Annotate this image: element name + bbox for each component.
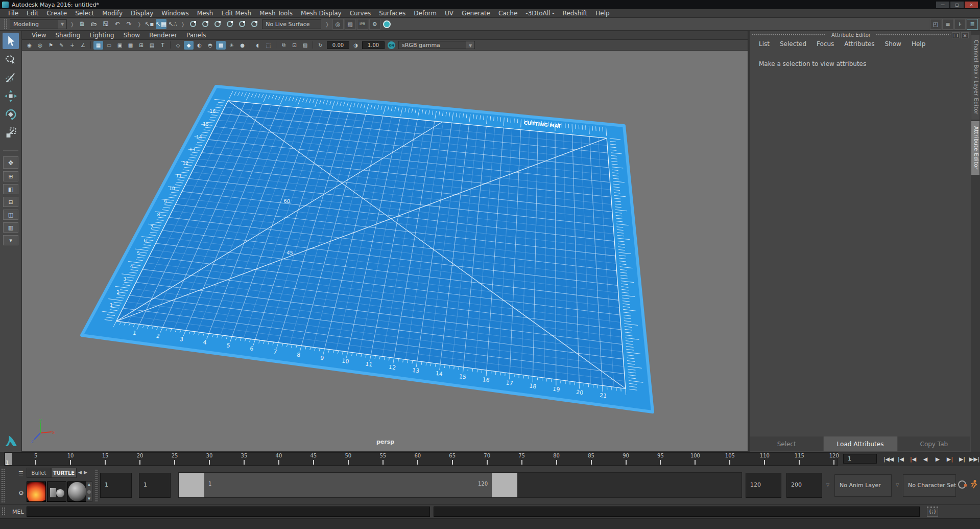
safe-action-icon[interactable]: ▤	[147, 41, 157, 50]
shelf-tab-arrows[interactable]: ◀▶	[78, 470, 89, 475]
go-to-start-button[interactable]: |◀◀	[883, 454, 894, 464]
group-collapse-icon[interactable]: ❭	[68, 21, 76, 27]
lasso-tool[interactable]	[3, 51, 19, 67]
render-view-icon[interactable]	[383, 20, 391, 28]
group-collapse-icon[interactable]: ❭	[179, 21, 187, 27]
gear-icon[interactable]: ⚙	[18, 490, 24, 497]
material-sphere-shelf-icon[interactable]	[67, 481, 87, 502]
make-live-icon[interactable]	[249, 19, 260, 29]
menu-mesh-tools[interactable]: Mesh Tools	[255, 10, 297, 17]
play-backwards-button[interactable]: ◀	[920, 454, 931, 464]
panel-menu-lighting[interactable]: Lighting	[85, 32, 119, 39]
menu-display[interactable]: Display	[127, 10, 157, 17]
minimize-button[interactable]: —	[936, 2, 949, 8]
menu-create[interactable]: Create	[42, 10, 71, 17]
shelf-tab-turtle[interactable]: TURTLE	[51, 468, 77, 478]
close-button[interactable]: ✕	[965, 2, 978, 8]
menu-deform[interactable]: Deform	[410, 10, 441, 17]
menu-redshift[interactable]: Redshift	[559, 10, 592, 17]
select-object-icon[interactable]: ↖▦	[156, 19, 166, 29]
playback-end-field[interactable]: 120	[746, 473, 781, 498]
use-all-lights-icon[interactable]: ☀	[227, 41, 236, 50]
gate-mask-icon[interactable]: ▩	[126, 41, 135, 50]
copy-tab-button[interactable]: Copy Tab	[898, 436, 970, 451]
animation-preferences-icon[interactable]	[970, 479, 978, 490]
paint-select-tool[interactable]	[3, 70, 19, 86]
ae-menu-help[interactable]: Help	[906, 40, 930, 48]
menu-mesh[interactable]: Mesh	[193, 10, 218, 17]
measure-icon[interactable]: ∠	[78, 41, 88, 50]
ae-menu-show[interactable]: Show	[880, 40, 906, 48]
play-forwards-button[interactable]: ▶	[932, 454, 943, 464]
attribute-editor-toggle-icon[interactable]: ≡	[942, 19, 953, 30]
playback-range-bar[interactable]: 1 120	[179, 473, 517, 497]
attribute-editor-titlebar[interactable]: Attribute Editor ❐ ✕	[750, 31, 971, 38]
menu-cache[interactable]: Cache	[494, 10, 521, 17]
render-settings-icon[interactable]: ⚙	[369, 19, 380, 30]
tab-channel-box-layer-editor[interactable]: Channel Box / Layer Editor	[971, 35, 979, 120]
range-start-handle[interactable]	[179, 473, 204, 497]
group-collapse-icon[interactable]: ❭	[323, 21, 331, 27]
snap-to-view-plane-icon[interactable]	[236, 19, 248, 29]
current-time-field[interactable]: 1	[843, 454, 877, 464]
perspective-viewport[interactable]: 1234567891011121314151617181920211615141…	[22, 51, 748, 451]
menu-edit-mesh[interactable]: Edit Mesh	[217, 10, 255, 17]
menu-surfaces[interactable]: Surfaces	[375, 10, 410, 17]
flame-shelf-icon[interactable]	[27, 481, 46, 502]
layout-persp-graph-button[interactable]: ⊟	[3, 197, 18, 207]
maximize-button[interactable]: ▢	[950, 2, 964, 8]
character-set-selector[interactable]: No Character Set	[903, 474, 956, 497]
menu-windows[interactable]: Windows	[157, 10, 193, 17]
channel-box-toggle-icon[interactable]: ≣	[967, 19, 978, 30]
ipr-render-icon[interactable]: ▨	[345, 19, 356, 30]
resolution-gate-icon[interactable]: ▣	[115, 41, 125, 50]
grid-toggle-icon[interactable]: ▦	[93, 41, 103, 50]
snap-to-projected-center-icon[interactable]	[224, 19, 235, 29]
ae-menu-selected[interactable]: Selected	[775, 40, 811, 48]
step-forward-key-button[interactable]: ▶|	[944, 454, 955, 464]
menu-modify[interactable]: Modify	[98, 10, 127, 17]
select-hierarchy-icon[interactable]: ↖▪	[144, 19, 155, 29]
animation-start-field[interactable]: 1	[100, 473, 132, 498]
panel-menu-shading[interactable]: Shading	[51, 32, 85, 39]
menu--3dtoall-[interactable]: -3DtoAll -	[521, 10, 558, 17]
snap-to-point-icon[interactable]	[212, 19, 223, 29]
exposure-field[interactable]: 0.00	[327, 41, 349, 49]
live-surface-field[interactable]: No Live Surface	[262, 19, 321, 29]
time-slider[interactable]: 1 51015202530354045505560657075808590951…	[4, 452, 838, 466]
gamma-field[interactable]: 1.00	[362, 41, 385, 49]
exposure-icon[interactable]: ↻	[316, 41, 325, 50]
image-plane-icon[interactable]: ▧	[300, 41, 310, 50]
anim-layer-selector[interactable]: No Anim Layer	[834, 474, 892, 497]
wireframe-on-shaded-icon[interactable]: ◓	[205, 41, 215, 50]
menu-help[interactable]: Help	[591, 10, 613, 17]
tool-settings-icon[interactable]: ⊦	[954, 19, 966, 30]
command-line-language-label[interactable]: MEL	[8, 509, 27, 515]
shelf-scrollbar[interactable]: ▲▼	[86, 481, 92, 502]
drag-handle[interactable]	[2, 507, 5, 516]
safe-title-icon[interactable]: T	[158, 41, 168, 50]
drag-handle[interactable]	[752, 34, 826, 36]
flat-shade-icon[interactable]: ◐	[195, 41, 204, 50]
cutting-mat-model[interactable]: 1234567891011121314151617181920211615141…	[22, 51, 748, 451]
float-panel-icon[interactable]: ❐	[952, 32, 960, 38]
ae-menu-attributes[interactable]: Attributes	[839, 40, 879, 48]
grease-pencil-icon[interactable]: ✎	[57, 41, 66, 50]
panel-menu-view[interactable]: View	[27, 32, 51, 39]
menu-generate[interactable]: Generate	[458, 10, 494, 17]
contrast-icon[interactable]: ◑	[351, 41, 361, 50]
layout-hypershade-button[interactable]: ◫	[3, 210, 18, 220]
isolate-select-icon[interactable]: ⬚	[264, 41, 273, 50]
chevron-down-icon[interactable]: ▽	[896, 482, 899, 487]
open-scene-icon[interactable]: 🗁	[88, 19, 99, 29]
drag-handle[interactable]	[4, 19, 7, 29]
menu-set-selector[interactable]: Modeling ▼	[10, 19, 67, 29]
xray-active-components-icon[interactable]: ⊡	[290, 41, 299, 50]
select-camera-icon[interactable]: ◉	[25, 41, 34, 50]
snap-to-grid-icon[interactable]	[187, 19, 199, 29]
pivot-icon[interactable]: +	[67, 41, 77, 50]
layout-four-view-button[interactable]: ⊞	[3, 171, 18, 181]
drag-handle[interactable]	[1, 468, 5, 502]
load-attributes-button[interactable]: Load Attributes	[824, 436, 896, 451]
panel-menu-renderer[interactable]: Renderer	[145, 32, 182, 39]
